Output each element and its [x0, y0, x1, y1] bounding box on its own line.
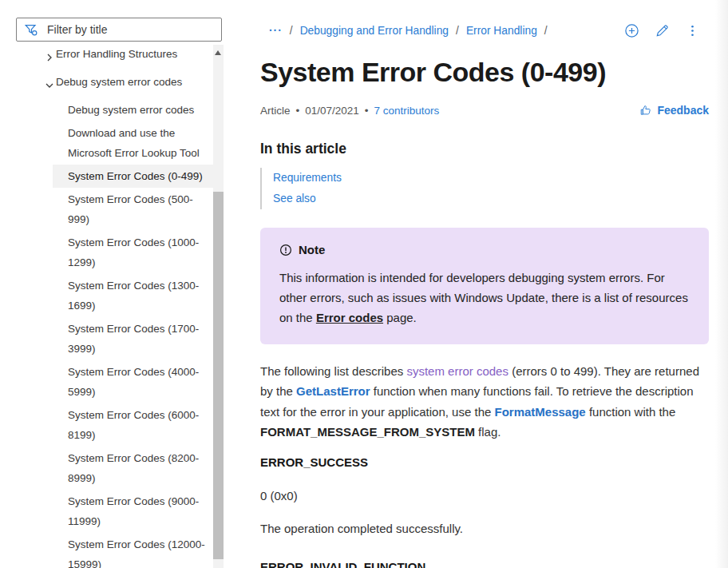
intro-paragraph: The following list describes system erro… — [260, 361, 709, 442]
toc-item-label: System Error Codes (12000-15999) — [68, 538, 205, 568]
breadcrumb: ··· /Debugging and Error Handling/Error … — [269, 25, 548, 37]
toc-item-label: System Error Codes (4000-5999) — [68, 366, 199, 398]
in-article-link[interactable]: See also — [273, 189, 709, 209]
toc-item[interactable]: System Error Codes (1000-1299) — [53, 231, 213, 274]
article-main: ··· /Debugging and Error Handling/Error … — [260, 0, 709, 568]
toc-scrollbar[interactable] — [213, 45, 224, 568]
error-name: ERROR_INVALID_FUNCTION — [260, 558, 709, 568]
pencil-icon — [655, 23, 670, 38]
breadcrumb-link[interactable]: Debugging and Error Handling — [300, 25, 449, 37]
filter-box[interactable] — [16, 18, 222, 42]
note-text: page. — [383, 311, 417, 324]
scroll-up-icon[interactable] — [215, 50, 221, 55]
edit-button[interactable] — [655, 23, 670, 38]
docs-page: Error Handling StructuresDebug system er… — [0, 0, 728, 568]
article-kind: Article — [260, 105, 291, 117]
in-article-link[interactable]: Requirements — [273, 168, 709, 189]
intro-link[interactable]: system error codes — [406, 364, 508, 378]
toc-item[interactable]: Download and use the Microsoft Error Loo… — [53, 121, 213, 165]
filter-icon — [24, 22, 38, 37]
toc-item-label: Error Handling Structures — [56, 44, 177, 69]
intro-text: function with the — [586, 405, 676, 419]
toc-item-label: System Error Codes (9000-11999) — [68, 495, 199, 527]
intro-text: The following list describes — [260, 364, 406, 378]
article-date: 01/07/2021 — [305, 105, 359, 117]
toc-item-label: System Error Codes (500-999) — [68, 193, 193, 225]
note-title: Note — [299, 243, 325, 256]
error-description: The operation completed successfully. — [260, 520, 709, 537]
more-options-button[interactable] — [685, 23, 700, 38]
page-title: System Error Codes (0-499) — [260, 54, 709, 89]
breadcrumb-link[interactable]: Error Handling — [466, 25, 537, 37]
toc-item[interactable]: System Error Codes (0-499) — [53, 165, 213, 188]
meta-separator: • — [365, 105, 369, 117]
toc-item-label: Debug system error codes — [56, 72, 182, 97]
intro-link[interactable]: FormatMessage — [495, 405, 586, 419]
intro-text: flag. — [475, 425, 501, 439]
note-header: Note — [279, 243, 690, 256]
toc-item[interactable]: Debug system error codes — [0, 70, 213, 98]
meta-separator: • — [296, 105, 300, 117]
toc-item[interactable]: System Error Codes (4000-5999) — [53, 360, 213, 403]
toc-item[interactable]: Error Handling Structures — [0, 42, 213, 70]
toc-item-label: System Error Codes (1300-1699) — [68, 280, 199, 312]
toc-item[interactable]: System Error Codes (500-999) — [53, 188, 213, 231]
note-body: This information is intended for develop… — [279, 268, 690, 328]
toc-item[interactable]: System Error Codes (6000-8199) — [53, 403, 213, 447]
toc-list: Error Handling StructuresDebug system er… — [0, 42, 213, 568]
feedback-button[interactable]: Feedback — [639, 104, 709, 117]
circle-plus-icon — [624, 23, 639, 38]
filter-input[interactable] — [46, 22, 214, 37]
toc-item[interactable]: System Error Codes (9000-11999) — [53, 490, 213, 533]
toc-item-label: System Error Codes (6000-8199) — [68, 409, 199, 441]
feedback-label: Feedback — [657, 104, 709, 117]
toc-item-label: System Error Codes (1700-3999) — [68, 323, 199, 355]
note-link[interactable]: Error codes — [316, 311, 383, 324]
article-meta: Article • 01/07/2021 • 7 contributors Fe… — [260, 104, 709, 117]
in-this-article-links: RequirementsSee also — [260, 168, 709, 209]
toc-item-label: Download and use the Microsoft Error Loo… — [68, 127, 200, 159]
thumbs-up-icon — [639, 104, 652, 117]
breadcrumb-separator: / — [544, 25, 548, 37]
toc-sidebar: Error Handling StructuresDebug system er… — [0, 0, 247, 568]
toc-item-label: Debug system error codes — [68, 104, 194, 116]
chevron-down-icon — [45, 72, 56, 97]
contributors-link[interactable]: 7 contributors — [374, 105, 440, 117]
intro-text: FORMAT_MESSAGE_FROM_SYSTEM — [260, 425, 475, 439]
toc-item[interactable]: System Error Codes (8200-8999) — [53, 447, 213, 490]
toc-item-label: System Error Codes (1000-1299) — [68, 236, 199, 268]
error-entries: ERROR_SUCCESS0 (0x0)The operation comple… — [260, 454, 709, 568]
toc-item[interactable]: Debug system error codes — [53, 98, 213, 121]
toc-item[interactable]: System Error Codes (1300-1699) — [53, 274, 213, 317]
toc-item-label: System Error Codes (8200-8999) — [68, 452, 199, 484]
toc-scrollbar-thumb[interactable] — [213, 192, 224, 559]
toc-item[interactable]: System Error Codes (1700-3999) — [53, 317, 213, 360]
toc-item[interactable]: System Error Codes (12000-15999) — [53, 533, 213, 568]
page-actions — [624, 23, 700, 38]
intro-link[interactable]: GetLastError — [296, 384, 370, 398]
error-name: ERROR_SUCCESS — [260, 454, 709, 471]
in-this-article-heading: In this article — [260, 141, 709, 157]
vertical-ellipsis-icon — [685, 23, 700, 38]
note-info-icon — [279, 244, 292, 256]
breadcrumb-overflow-button[interactable]: ··· — [269, 25, 283, 37]
error-value: 0 (0x0) — [260, 487, 709, 504]
breadcrumb-separator: / — [456, 25, 459, 37]
note-callout: Note This information is intended for de… — [260, 228, 709, 344]
chevron-right-icon — [45, 44, 56, 69]
breadcrumb-separator: / — [290, 25, 293, 37]
toc-item-label: System Error Codes (0-499) — [68, 170, 203, 182]
right-edge-fade — [715, 0, 728, 568]
add-button[interactable] — [624, 23, 639, 38]
